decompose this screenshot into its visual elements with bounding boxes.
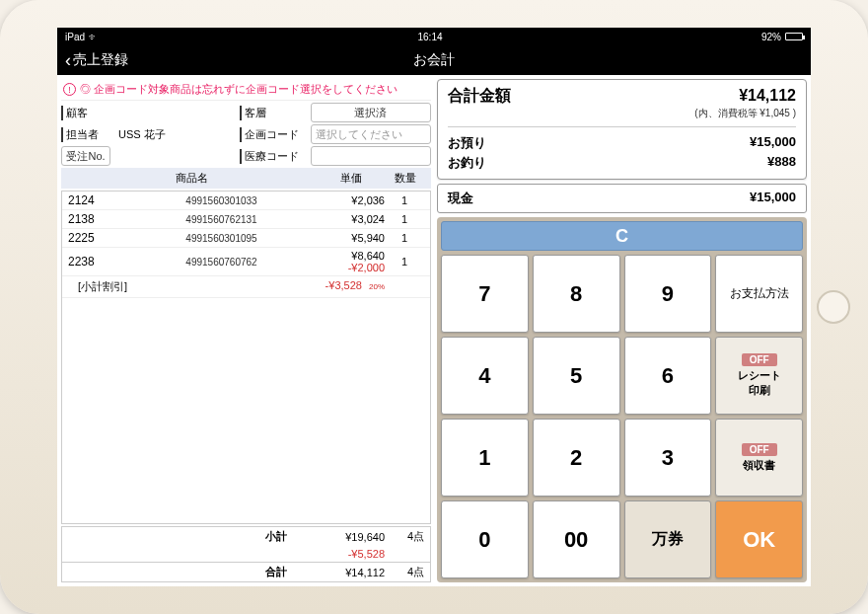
battery-icon: [785, 33, 803, 40]
payment-total-label: 合計金額: [448, 86, 511, 107]
col-qty: 数量: [386, 171, 425, 186]
campaign-label: 企画コード: [240, 127, 307, 142]
total-label: 合計: [247, 565, 306, 579]
item-qty: 1: [385, 232, 424, 244]
invoice-button[interactable]: OFF 領収書: [715, 419, 803, 497]
item-price: ¥2,036: [316, 194, 385, 206]
key-3[interactable]: 3: [624, 419, 712, 497]
item-discount: -¥2,000: [348, 262, 385, 273]
key-9[interactable]: 9: [624, 255, 712, 333]
ipad-frame: iPad ᯤ 16:14 92% ‹ 売上登録 お会計 ! ◎ 企画コード対象商…: [0, 0, 868, 614]
col-name: 商品名: [67, 171, 317, 186]
invoice-label: 領収書: [743, 458, 775, 473]
col-price: 単価: [317, 171, 386, 186]
totals-box: 小計 ¥19,640 4点 -¥5,528 合計 ¥14,112 4点: [61, 526, 431, 582]
key-0[interactable]: 0: [441, 500, 529, 578]
key-1[interactable]: 1: [441, 419, 529, 497]
cash-box: 現金 ¥15,000: [437, 184, 807, 213]
notice-bar: ! ◎ 企画コード対象商品は忘れずに企画コード選択をしてください: [61, 79, 431, 101]
deposit-label: お預り: [448, 134, 486, 152]
staff-value: USS 花子: [114, 127, 236, 142]
page-title: お会計: [413, 51, 455, 69]
content: ! ◎ 企画コード対象商品は忘れずに企画コード選択をしてください 顧客 客層 選…: [57, 75, 811, 586]
segment-label: 客層: [240, 106, 307, 120]
key-man[interactable]: 万券: [624, 500, 712, 578]
customer-label: 顧客: [61, 106, 110, 120]
staff-label: 担当者: [61, 127, 110, 142]
key-4[interactable]: 4: [441, 337, 529, 415]
back-label: 売上登録: [73, 51, 128, 69]
cash-amount: ¥15,000: [750, 190, 796, 207]
medical-input[interactable]: [311, 146, 432, 166]
off-badge: OFF: [742, 353, 777, 366]
total-qty: 4点: [385, 565, 424, 579]
carrier-label: iPad: [65, 32, 85, 42]
battery-pct: 92%: [761, 32, 781, 42]
screen: iPad ᯤ 16:14 92% ‹ 売上登録 お会計 ! ◎ 企画コード対象商…: [57, 28, 811, 586]
clear-button[interactable]: C: [441, 221, 803, 251]
key-2[interactable]: 2: [533, 419, 620, 497]
ok-button[interactable]: OK: [715, 500, 803, 578]
clock: 16:14: [417, 32, 442, 42]
item-code: 2225: [68, 231, 127, 245]
left-panel: ! ◎ 企画コード対象商品は忘れずに企画コード選択をしてください 顧客 客層 選…: [61, 79, 431, 582]
tax-label: (内、消費税等: [694, 108, 757, 118]
amount-card: 合計金額 ¥14,112 (内、消費税等 ¥1,045 ) お預り ¥15,00…: [437, 79, 807, 180]
item-price: ¥5,940: [316, 232, 385, 244]
wifi-icon: ᯤ: [89, 32, 99, 42]
back-button[interactable]: ‹ 売上登録: [65, 51, 128, 69]
notice-text: ◎ 企画コード対象商品は忘れずに企画コード選択をしてください: [80, 82, 398, 97]
item-barcode: 4991560760762: [127, 257, 316, 268]
alert-icon: !: [63, 83, 76, 96]
key-7[interactable]: 7: [441, 255, 529, 333]
item-barcode: 4991560301095: [127, 233, 316, 244]
campaign-select[interactable]: 選択してください: [311, 124, 432, 144]
item-code: 2138: [68, 212, 127, 226]
pay-method-button[interactable]: お支払方法: [715, 255, 803, 333]
item-barcode: 4991560762131: [127, 214, 316, 225]
medical-label: 医療コード: [240, 149, 307, 164]
receipt-print-button[interactable]: OFF レシート 印刷: [715, 337, 803, 415]
off-badge: OFF: [742, 443, 777, 456]
keypad: C 7 8 9 お支払方法 4 5 6 OFF レシート 印刷 1: [437, 217, 807, 582]
payment-total: ¥14,112: [739, 87, 796, 105]
subtotal-discount-label: [小計割引]: [68, 279, 316, 294]
nav-bar: ‹ 売上登録 お会計: [57, 45, 811, 75]
item-row[interactable]: 2138 4991560762131 ¥3,024 1: [62, 210, 430, 229]
item-qty: 1: [385, 256, 424, 268]
items-body: 2124 4991560301033 ¥2,036 1 2138 4991560…: [61, 191, 431, 524]
item-price: ¥3,024: [316, 213, 385, 225]
key-8[interactable]: 8: [533, 255, 620, 333]
total-amount: ¥14,112: [306, 567, 385, 578]
item-row[interactable]: 2225 4991560301095 ¥5,940 1: [62, 229, 430, 248]
deposit-amount: ¥15,000: [750, 134, 796, 152]
items-header: 商品名 単価 数量: [61, 168, 431, 189]
receipt-label: レシート 印刷: [738, 368, 781, 398]
item-qty: 1: [385, 194, 424, 206]
right-panel: 合計金額 ¥14,112 (内、消費税等 ¥1,045 ) お預り ¥15,00…: [437, 79, 807, 582]
item-code: 2124: [68, 193, 127, 207]
key-00[interactable]: 00: [533, 500, 620, 578]
item-code: 2238: [68, 255, 127, 269]
subtotal-discount-total: -¥5,528: [306, 548, 385, 560]
cash-label: 現金: [448, 190, 473, 207]
item-row[interactable]: 2124 4991560301033 ¥2,036 1: [62, 192, 430, 210]
tax-amount: ¥1,045 ): [760, 108, 796, 118]
item-row[interactable]: 2238 4991560760762 ¥8,640 -¥2,000 1: [62, 248, 430, 276]
change-amount: ¥888: [767, 154, 796, 172]
subtotal-amount: ¥19,640: [306, 531, 385, 543]
order-no-input[interactable]: 受注No.: [61, 146, 110, 166]
change-label: お釣り: [448, 154, 486, 172]
subtotal-label: 小計: [247, 529, 306, 544]
home-button[interactable]: [817, 290, 850, 324]
subtotal-discount-row: [小計割引] -¥3,528 20%: [62, 276, 430, 298]
key-5[interactable]: 5: [533, 337, 620, 415]
subtotal-discount-amount: -¥3,528 20%: [316, 279, 385, 294]
form-grid: 顧客 客層 選択済 担当者 USS 花子 企画コード 選択してください 受注No…: [61, 103, 431, 166]
segment-select[interactable]: 選択済: [311, 103, 432, 122]
item-price: ¥8,640 -¥2,000: [316, 250, 385, 273]
item-qty: 1: [385, 213, 424, 225]
key-6[interactable]: 6: [624, 337, 712, 415]
item-barcode: 4991560301033: [127, 195, 316, 206]
status-bar: iPad ᯤ 16:14 92%: [57, 28, 811, 45]
